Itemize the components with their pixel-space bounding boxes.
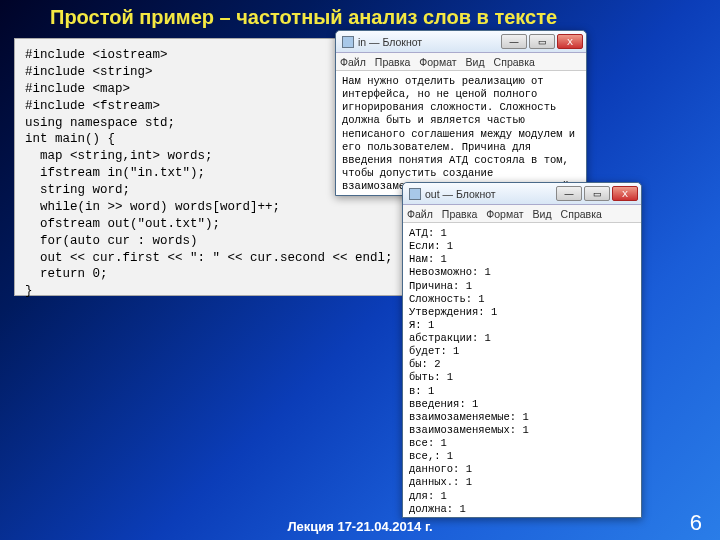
menubar: Файл Правка Формат Вид Справка	[336, 53, 586, 71]
titlebar[interactable]: out — Блокнот — ▭ X	[403, 183, 641, 205]
window-title: in — Блокнот	[358, 36, 501, 48]
menu-file[interactable]: Файл	[407, 208, 433, 220]
page-number: 6	[690, 510, 702, 536]
window-in-notepad: in — Блокнот — ▭ X Файл Правка Формат Ви…	[335, 30, 587, 196]
maximize-button[interactable]: ▭	[529, 34, 555, 49]
menu-format[interactable]: Формат	[486, 208, 523, 220]
window-controls: — ▭ X	[501, 34, 583, 49]
titlebar[interactable]: in — Блокнот — ▭ X	[336, 31, 586, 53]
close-button[interactable]: X	[557, 34, 583, 49]
window-title: out — Блокнот	[425, 188, 556, 200]
menu-help[interactable]: Справка	[561, 208, 602, 220]
editor-content[interactable]: Нам нужно отделить реализацию от интерфе…	[336, 71, 586, 195]
menu-view[interactable]: Вид	[466, 56, 485, 68]
slide-title: Простой пример – частотный анализ слов в…	[0, 0, 720, 31]
window-controls: — ▭ X	[556, 186, 638, 201]
close-button[interactable]: X	[612, 186, 638, 201]
window-out-notepad: out — Блокнот — ▭ X Файл Правка Формат В…	[402, 182, 642, 518]
menu-format[interactable]: Формат	[419, 56, 456, 68]
menu-file[interactable]: Файл	[340, 56, 366, 68]
menu-edit[interactable]: Правка	[442, 208, 477, 220]
footer: Лекция 17-21.04.2014 г.	[0, 519, 720, 534]
lecture-label: Лекция 17-21.04.2014 г.	[287, 519, 432, 534]
editor-content[interactable]: АТД: 1 Если: 1 Нам: 1 Невозможно: 1 Прич…	[403, 223, 641, 517]
maximize-button[interactable]: ▭	[584, 186, 610, 201]
notepad-icon	[409, 188, 421, 200]
menu-help[interactable]: Справка	[494, 56, 535, 68]
menu-edit[interactable]: Правка	[375, 56, 410, 68]
minimize-button[interactable]: —	[501, 34, 527, 49]
menubar: Файл Правка Формат Вид Справка	[403, 205, 641, 223]
minimize-button[interactable]: —	[556, 186, 582, 201]
menu-view[interactable]: Вид	[533, 208, 552, 220]
notepad-icon	[342, 36, 354, 48]
